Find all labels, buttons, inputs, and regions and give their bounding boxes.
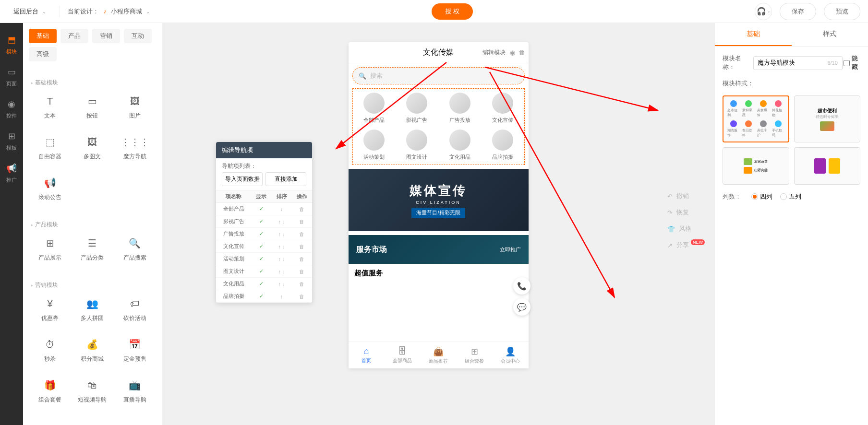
phone-float-button[interactable]: 📞 [513,277,530,295]
delete-row-icon[interactable]: 🗑 [299,281,304,287]
direct-add-button[interactable]: 直接添加 [265,172,306,186]
tabbar-item-4[interactable]: 👤会员中心 [493,342,529,368]
module-item-组合套餐[interactable]: 🎁组合套餐 [31,375,69,408]
canvas-action-分享[interactable]: ↗分享NEW [667,241,705,249]
nav-grid-module[interactable]: 全部产品影视广告广告投放文化宣传活动策划图文设计文化用品品牌拍摄 [352,88,525,165]
nav-item[interactable]: 文化宣传 [481,93,524,124]
tabbar-item-2[interactable]: 👜新品推荐 [421,342,457,368]
move-down-icon[interactable]: ↓ [282,231,285,237]
nav-item[interactable]: 全部产品 [353,93,396,124]
module-icon: 📺 [128,378,142,392]
support-button[interactable]: 🎧 ⌄ [755,3,772,20]
nav-item[interactable]: 广告投放 [438,93,481,124]
move-down-icon[interactable]: ↓ [282,219,285,224]
move-up-icon[interactable]: ↑ [278,244,281,249]
tab-basic[interactable]: 基础 [715,23,792,46]
leftrail-item-4[interactable]: 📢推广 [0,157,23,189]
move-up-icon[interactable]: ↑ [278,231,281,237]
delete-row-icon[interactable]: 🗑 [299,269,304,274]
radio-four-columns[interactable]: 四列 [751,192,772,201]
hide-checkbox-input[interactable] [844,60,850,66]
tabbar-item-1[interactable]: 🗄全部商品 [385,342,421,368]
properties-panel: 基础 样式 模块名称： 6/10 隐藏 模块样式： 超市便利新鲜果蔬美食烘焙鲜花… [714,23,868,425]
media-banner[interactable]: 媒体宣传 CIVILIZATION 海量节目/精彩无限 [349,169,529,231]
canvas-action-风格[interactable]: 👕风格 [667,224,705,233]
move-up-icon[interactable]: ↑ [278,281,281,287]
tabbar-item-0[interactable]: ⌂首页 [349,342,385,368]
delete-row-icon[interactable]: 🗑 [299,294,304,299]
nav-item[interactable]: 活动策划 [353,130,396,161]
delete-row-icon[interactable]: 🗑 [299,256,304,262]
module-item-按钮[interactable]: ▭按钮 [73,91,111,124]
current-design[interactable]: 当前设计： ♪ 小程序商城 ⌄ [68,7,150,16]
module-item-自由容器[interactable]: ⬚自由容器 [31,131,69,165]
module-item-秒杀[interactable]: ⏱秒杀 [31,334,69,367]
move-up-icon[interactable]: ↑ [278,256,281,262]
move-down-icon[interactable]: ↓ [282,281,285,287]
radio-five-columns[interactable]: 五列 [780,192,801,201]
tab-style[interactable]: 样式 [792,23,868,46]
style-option-4[interactable] [794,147,861,185]
module-tab-互动[interactable]: 互动 [124,29,152,43]
canvas-action-恢复[interactable]: ↷恢复 [667,208,705,217]
save-button[interactable]: 保存 [780,3,816,20]
edit-module-button[interactable]: 编辑模块 [482,48,506,57]
visibility-icon[interactable]: ◉ [510,49,515,56]
check-icon: ✓ [259,243,264,249]
style-option-1[interactable]: 超市便利新鲜果蔬美食烘焙鲜花植物潮流服饰食品饮料美妆个护手机数码 [723,95,789,142]
leftrail-item-0[interactable]: ⬒模块 [0,29,23,61]
module-item-产品展示[interactable]: ⊞产品展示 [31,233,69,266]
nav-item[interactable]: 文化用品 [438,130,481,161]
hide-checkbox[interactable]: 隐藏 [844,54,860,71]
leftrail-item-3[interactable]: ⊞模板 [0,125,23,157]
style-option-2[interactable]: 超市便利 精选时令鲜果 [794,95,861,142]
module-item-短视频导购[interactable]: 🛍短视频导购 [73,375,111,408]
module-item-多图文[interactable]: 🖼多图文 [73,131,111,165]
nav-item[interactable]: 品牌拍摄 [481,130,524,161]
leftrail-item-1[interactable]: ▭页面 [0,61,23,93]
move-down-icon[interactable]: ↓ [282,256,285,262]
nav-item[interactable]: 影视广告 [396,93,438,124]
move-down-icon[interactable]: ↓ [282,244,285,249]
wechat-float-button[interactable]: 💬 [513,298,530,316]
style-option-3[interactable]: 农家蔬菜 山野真菌 [723,147,789,185]
tabbar-item-3[interactable]: ⊞组合套餐 [457,342,493,368]
module-item-魔方导航[interactable]: ⋮⋮⋮魔方导航 [116,131,154,165]
delete-row-icon[interactable]: 🗑 [299,244,304,249]
tabbar-icon: ⌂ [364,346,369,356]
search-bar[interactable]: 🔍 搜索 [352,67,525,84]
move-up-icon[interactable]: ↑ [280,294,283,299]
auth-button[interactable]: 授 权 [432,3,473,20]
module-item-产品搜索[interactable]: 🔍产品搜索 [116,233,154,266]
delete-row-icon[interactable]: 🗑 [299,231,304,237]
preview-button[interactable]: 预览 [824,3,860,20]
module-item-直播导购[interactable]: 📺直播导购 [116,375,154,408]
move-down-icon[interactable]: ↓ [282,269,285,274]
move-up-icon[interactable]: ↑ [278,219,281,224]
module-item-砍价活动[interactable]: 🏷砍价活动 [116,293,154,326]
module-item-图片[interactable]: 🖼图片 [116,91,154,124]
module-tab-基础[interactable]: 基础 [29,29,57,43]
delete-row-icon[interactable]: 🗑 [299,219,304,224]
module-tab-营销[interactable]: 营销 [92,29,120,43]
delete-row-icon[interactable]: 🗑 [299,206,304,212]
table-header: 显示 [251,190,271,203]
back-link[interactable]: 返回后台 ⌄ [8,7,52,16]
delete-icon[interactable]: 🗑 [518,49,525,56]
import-page-data-button[interactable]: 导入页面数据 [222,172,263,186]
nav-item[interactable]: 图文设计 [396,130,438,161]
service-banner[interactable]: 服务市场 立即推广 [349,235,529,264]
module-tab-产品[interactable]: 产品 [60,29,88,43]
module-tab-高级[interactable]: 高级 [29,47,57,61]
module-item-定金预售[interactable]: 📅定金预售 [116,334,154,367]
module-item-积分商城[interactable]: 💰积分商城 [73,334,111,367]
canvas-action-撤销[interactable]: ↶撤销 [667,192,705,201]
module-item-多人拼团[interactable]: 👥多人拼团 [73,293,111,326]
move-up-icon[interactable]: ↑ [278,269,281,274]
module-item-优惠券[interactable]: ¥优惠券 [31,293,69,326]
move-down-icon[interactable]: ↓ [280,206,283,212]
module-item-文本[interactable]: T文本 [31,91,69,124]
module-item-产品分类[interactable]: ☰产品分类 [73,233,111,266]
leftrail-item-2[interactable]: ◉控件 [0,93,23,125]
module-item-滚动公告[interactable]: 📢滚动公告 [31,172,69,205]
